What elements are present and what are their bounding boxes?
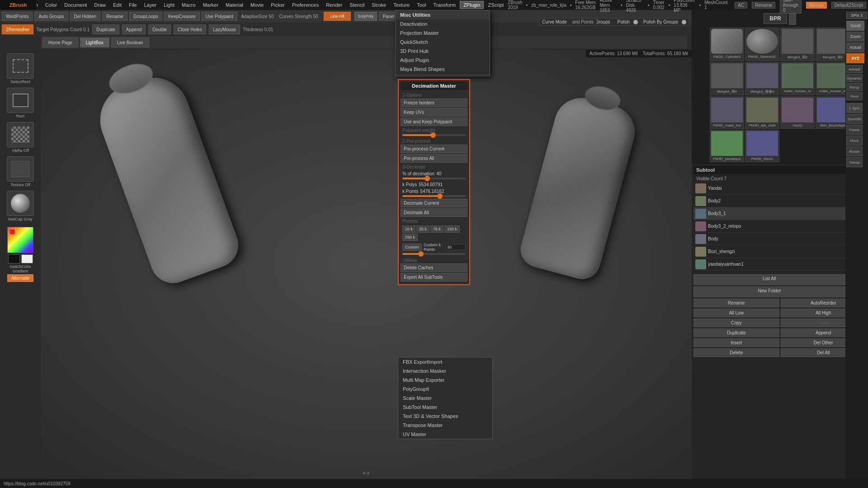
uv-master-item[interactable]: UV Master (398, 430, 492, 439)
maya-blend-shapes-item[interactable]: Maya Blend Shapes (396, 65, 490, 74)
menu-macro[interactable]: Macro (179, 1, 199, 9)
matcap-tool[interactable]: MatCap Gray (2, 191, 38, 221)
duplicate-button2[interactable]: Duplicate (92, 24, 119, 34)
menu-zplugin[interactable]: ZPlugin (460, 1, 484, 9)
thumb-pm3d-cyl3[interactable]: PM3D_Cylinder3 (710, 28, 744, 61)
rename-st-button[interactable]: Rename (693, 299, 779, 307)
menu-color[interactable]: Color (42, 1, 60, 9)
poly-groupit-item[interactable]: PolyGroupIt (398, 385, 492, 394)
thumb-pm3d-sphere3c[interactable]: PM3D_Sphere3C (745, 28, 779, 61)
thumb-make-human2[interactable]: make_human_ro (816, 62, 850, 95)
menus-button[interactable]: Menus (806, 2, 827, 9)
use-keep-polypaint-button[interactable]: Use and Keep Polypaint (401, 117, 467, 126)
tab-lightbox[interactable]: LightBox (80, 38, 109, 47)
weld-points-button[interactable]: WeldPoints (2, 12, 33, 21)
keep-creases-button[interactable]: KeepCreases (164, 12, 200, 21)
thumb-skin-brush-alph[interactable]: Skin_BrushAlph (816, 96, 850, 129)
subtool-master-item[interactable]: SubTool Master (398, 403, 492, 412)
floor-button[interactable]: Floor (846, 92, 863, 100)
fbx-export-import-item[interactable]: FBX ExportImport (398, 357, 492, 366)
see-through-button[interactable]: See-through 0 (780, 0, 802, 14)
subtool-row-body31[interactable]: Body3_1 👁 🔒 (693, 207, 866, 220)
k-points-thumb[interactable] (437, 193, 443, 199)
decimate-current-button[interactable]: Decimate Current (401, 199, 467, 207)
zremesher-button[interactable]: ZRemesher (2, 24, 33, 34)
menu-tool[interactable]: Tool (414, 1, 429, 9)
use-polypaint-button[interactable]: Use Polypaint (202, 12, 238, 21)
polypaint-weight-thumb[interactable] (430, 132, 436, 138)
thumb-pm3d-xiezi1[interactable]: PM3D_Xiezi1 (745, 130, 779, 162)
subtool-row-body2[interactable]: Body2 👁 🔒 (693, 195, 866, 207)
custom-button[interactable]: Custom (402, 244, 422, 251)
subtool-row-yaodaiyuanhuan1[interactable]: yaodaiyuanhuan1 👁 🔒 (693, 258, 866, 271)
delete-st-button[interactable]: Delete (693, 348, 779, 357)
thumb-pm3d-make-hur[interactable]: PM3D_make_hur (710, 96, 744, 129)
menu-render[interactable]: Render (323, 1, 345, 9)
polypaint-weight-slider[interactable] (402, 134, 466, 136)
thumb-pm3d-yaodai[interactable]: PM3D_yaodaiyuc (710, 130, 744, 162)
tab-live-boolean[interactable]: Live Boolean (111, 38, 149, 47)
del-hidden-button[interactable]: Del Hidden (70, 12, 100, 21)
texture-off-tool[interactable]: Texture Off (2, 156, 38, 187)
k-points-slider[interactable] (402, 195, 466, 197)
adjust-plugin-item[interactable]: Adjust Plugin (396, 56, 490, 65)
zoom3d-button[interactable]: Zoom3D (846, 114, 863, 124)
subtool-row-body[interactable]: Body 👁 🔒 (693, 233, 866, 245)
menu-layer[interactable]: Layer (141, 1, 160, 9)
thumb-merged-hu3[interactable]: Merged_胡3 (816, 28, 850, 61)
menu-picker[interactable]: Picker (268, 1, 288, 9)
alpha-off-tool[interactable]: Alpha Off (2, 122, 38, 153)
decimate-all-button[interactable]: Decimate All (401, 208, 467, 217)
menu-document[interactable]: Document (61, 1, 90, 9)
dynamic-button[interactable]: Dynamic (846, 74, 863, 82)
insert-button[interactable]: Insert (693, 338, 779, 347)
export-all-subtools-button[interactable]: Export All SubTools (401, 273, 467, 282)
menu-texture[interactable]: Texture (390, 1, 413, 9)
close-holes-button[interactable]: Close Holes (174, 24, 206, 34)
line-fill-button[interactable]: Line Fill (324, 12, 351, 21)
menu-light[interactable]: Light (160, 1, 178, 9)
thumb-merged-you4[interactable]: Merged_遊修4 (745, 62, 779, 95)
copy-button[interactable]: Copy (693, 319, 779, 327)
zoom-button[interactable]: Zoom (846, 32, 864, 42)
rect-tool[interactable]: Rect (2, 88, 38, 118)
lsym-button[interactable]: L Sym (846, 103, 863, 113)
menu-zscript[interactable]: ZScript (485, 1, 507, 9)
multi-map-exporter-item[interactable]: Multi Map Exporter (398, 375, 492, 385)
preset-250k-button[interactable]: 250 k (402, 234, 418, 241)
rename-button[interactable]: Rename (102, 12, 127, 21)
menu-stroke[interactable]: Stroke (368, 1, 389, 9)
custom-k-value-input[interactable] (445, 244, 466, 250)
duplicate-st-button[interactable]: Duplicate (693, 328, 779, 337)
pct-decimation-slider[interactable] (402, 178, 466, 179)
text-3d-item[interactable]: Text 3D & Vector Shapes (398, 412, 492, 421)
transpose-master-item[interactable]: Transpose Master (398, 421, 492, 430)
thumb-merged-hu4[interactable]: Merged_胡4 (710, 62, 744, 95)
preprocess-current-button[interactable]: Pre-process Current (401, 145, 467, 153)
select-rect-tool[interactable]: SelectRect (2, 53, 38, 84)
subtool-row-yaodai[interactable]: Yaodai 👁 🔒 (693, 182, 866, 195)
preset-150k-button[interactable]: 150 k (444, 225, 460, 233)
deactivation-item[interactable]: Deactivation (396, 19, 490, 28)
default-z-script-button[interactable]: DefaultZScript (831, 2, 866, 9)
append-button2[interactable]: Append (122, 24, 146, 34)
custom-slider[interactable] (402, 253, 466, 255)
move-rs-button[interactable]: Move (846, 136, 863, 145)
thumb-pm3d-lijia-cloth[interactable]: PM3D_lijia_cloth (745, 96, 779, 129)
thumb-xiezi2[interactable]: Xiezi2 (780, 96, 815, 129)
swatch-black[interactable] (8, 254, 20, 263)
xyz-button[interactable]: XYZ (846, 53, 864, 63)
menu-transform[interactable]: Transform (430, 1, 459, 9)
menu-preferences[interactable]: Preferences (289, 1, 322, 9)
menu-movie[interactable]: Movie (247, 1, 267, 9)
freeze-borders-button[interactable]: Freeze borders (401, 99, 467, 107)
subtool-row-body32-retopo[interactable]: Body3_2_retopo 👁 🔒 (693, 220, 866, 233)
custom-thumb[interactable] (418, 251, 424, 257)
subtool-row-bozi[interactable]: Bozi_shengzi 👁 🔒 (693, 245, 866, 258)
color-swatch-main[interactable] (7, 227, 33, 253)
double-button[interactable]: Double (148, 24, 171, 34)
swatch-white[interactable] (21, 254, 33, 263)
lazy-mouse-button[interactable]: LazyMouse (209, 24, 240, 34)
intersection-masker-item[interactable]: Intersection Masker (398, 366, 492, 375)
menu-draw[interactable]: Draw (91, 1, 109, 9)
